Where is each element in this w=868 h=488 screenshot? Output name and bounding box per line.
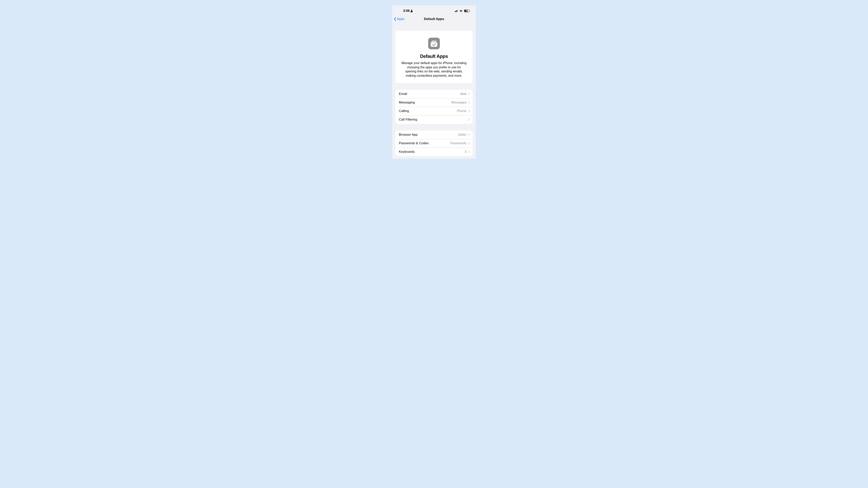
chevron-right-icon xyxy=(468,133,470,136)
intro-card: Default Apps Manage your default apps fo… xyxy=(395,31,473,83)
row-value: Safari xyxy=(458,133,466,137)
row-calling[interactable]: Calling Phone xyxy=(395,107,473,115)
nav-bar: Apps Default Apps xyxy=(392,15,476,23)
row-keyboards[interactable]: Keyboards 3 xyxy=(395,148,473,156)
back-button[interactable]: Apps xyxy=(394,17,404,21)
row-value: Messages xyxy=(452,101,466,104)
row-browser-app[interactable]: Browser App Safari xyxy=(395,130,473,139)
row-call-filtering[interactable]: Call Filtering xyxy=(395,115,473,124)
row-value: Mail xyxy=(460,92,466,96)
row-label: Passwords & Codes xyxy=(399,141,429,145)
chevron-right-icon xyxy=(468,151,470,153)
chevron-left-icon xyxy=(394,17,396,21)
wifi-icon xyxy=(459,10,463,12)
status-left: 3:08 xyxy=(403,9,413,13)
row-label: Call Filtering xyxy=(399,118,417,122)
row-label: Email xyxy=(399,92,407,96)
svg-rect-0 xyxy=(432,40,436,41)
svg-rect-2 xyxy=(431,42,437,47)
list-group-communication: Email Mail Messaging Messages Calling Ph… xyxy=(395,90,473,124)
back-label: Apps xyxy=(397,17,404,21)
status-right: 68 xyxy=(455,9,470,12)
phone-screen: 3:08 68 xyxy=(392,5,476,159)
nav-title: Default Apps xyxy=(424,17,444,21)
chevron-right-icon xyxy=(468,110,470,112)
default-apps-icon xyxy=(428,38,440,49)
row-email[interactable]: Email Mail xyxy=(395,90,473,98)
row-label: Browser App xyxy=(399,133,417,137)
chevron-right-icon xyxy=(468,142,470,144)
person-icon xyxy=(410,10,413,12)
row-label: Keyboards xyxy=(399,150,414,154)
cellular-signal-icon xyxy=(455,10,458,12)
intro-description: Manage your default apps for iPhone, inc… xyxy=(401,61,467,78)
row-messaging[interactable]: Messaging Messages xyxy=(395,98,473,107)
chevron-right-icon xyxy=(468,118,470,121)
status-time: 3:08 xyxy=(403,9,409,13)
status-bar: 3:08 68 xyxy=(392,5,476,15)
row-label: Calling xyxy=(399,109,409,113)
intro-title: Default Apps xyxy=(401,54,467,59)
row-value: 3 xyxy=(465,150,466,154)
battery-icon: 68 xyxy=(464,9,470,12)
chevron-right-icon xyxy=(468,93,470,95)
battery-percent: 68 xyxy=(464,10,469,12)
row-passwords-codes[interactable]: Passwords & Codes Passwords xyxy=(395,139,473,148)
row-label: Messaging xyxy=(399,101,415,104)
chevron-right-icon xyxy=(468,101,470,104)
svg-rect-1 xyxy=(431,41,437,42)
row-value: Phone xyxy=(457,109,466,113)
content-area: Default Apps Manage your default apps fo… xyxy=(392,31,476,156)
list-group-system: Browser App Safari Passwords & Codes Pas… xyxy=(395,130,473,156)
row-value: Passwords xyxy=(450,141,466,145)
